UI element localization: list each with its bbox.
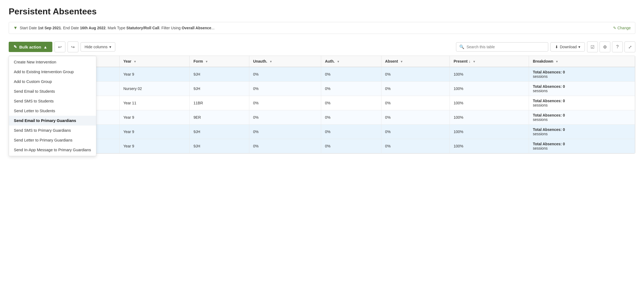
- row-year: Year 11: [119, 96, 190, 110]
- row-unauth: 0%: [249, 125, 321, 139]
- help-icon: ?: [616, 44, 619, 49]
- table-row: Year 11 11BR 0% 0% 0% 100% Total Absence…: [9, 96, 635, 110]
- dropdown-item-letter-students[interactable]: Send Letter to Students: [9, 106, 96, 116]
- row-auth: 0%: [321, 139, 381, 153]
- dropdown-item-sms-guardians[interactable]: Send SMS to Primary Guardians: [9, 126, 96, 135]
- row-form: 9JH: [190, 125, 249, 139]
- row-form: 9JH: [190, 67, 249, 82]
- row-year: Year 9: [119, 110, 190, 125]
- row-breakdown: Total Absences: 0sessions: [529, 125, 635, 139]
- col-unauth[interactable]: Unauth. ▼: [249, 56, 321, 67]
- col-form[interactable]: Form ▼: [190, 56, 249, 67]
- help-button[interactable]: ?: [612, 41, 623, 52]
- bulk-action-label: Bulk action: [19, 45, 41, 49]
- row-form: 9ER: [190, 110, 249, 125]
- row-auth: 0%: [321, 67, 381, 82]
- toolbar-wrapper: ✎ Bulk action ▲ Create New Intervention …: [9, 38, 635, 56]
- col-absent[interactable]: Absent ▼: [381, 56, 450, 67]
- download-icon: ⬇: [555, 45, 558, 49]
- page-container: Persistent Absentees ▼ Start Date 1st Se…: [0, 0, 644, 296]
- dropdown-item-letter-guardians[interactable]: Send Letter to Primary Guardians: [9, 135, 96, 145]
- row-year: Nursery 02: [119, 82, 190, 96]
- row-year: Year 9: [119, 139, 190, 153]
- dropdown-item-inapp-guardians[interactable]: Send In-App Message to Primary Guardians: [9, 145, 96, 155]
- dropdown-item-add-custom[interactable]: Add to Custom Group: [9, 77, 96, 86]
- row-absent: 0%: [381, 139, 450, 153]
- row-present: 100%: [450, 67, 529, 82]
- page-title: Persistent Absentees: [9, 7, 635, 17]
- row-breakdown: Total Absences: 0sessions: [529, 139, 635, 153]
- change-link[interactable]: ✎ Change: [613, 26, 631, 30]
- row-unauth: 0%: [249, 96, 321, 110]
- download-label: Download: [560, 45, 577, 49]
- row-unauth: 0%: [249, 110, 321, 125]
- dropdown-item-add-existing[interactable]: Add to Existing Intervention Group: [9, 67, 96, 77]
- download-arrow: ▾: [578, 45, 580, 49]
- bulk-action-button[interactable]: ✎ Bulk action ▲: [9, 42, 52, 52]
- filter-bar-left: ▼ Start Date 1st Sep 2021. End Date 16th…: [13, 25, 215, 30]
- table-row: Year 9 9JH 0% 0% 0% 100% Total Absences:…: [9, 125, 635, 139]
- row-form: 9JH: [190, 139, 249, 153]
- row-breakdown: Total Absences: 0sessions: [529, 82, 635, 96]
- table-row: Year 9 9JH 0% 0% 0% 100% Total Absences:…: [9, 67, 635, 82]
- search-icon: 🔍: [459, 44, 464, 49]
- row-breakdown: Total Absences: 0sessions: [529, 96, 635, 110]
- row-absent: 0%: [381, 125, 450, 139]
- expand-button[interactable]: ⤢: [624, 41, 635, 52]
- table-row: Jackson Georgia Year 9 9JH 0% 0% 0% 100%…: [9, 139, 635, 153]
- col-present[interactable]: Present ↓ ▼: [450, 56, 529, 67]
- bulk-action-dropdown: Create New Intervention Add to Existing …: [9, 56, 96, 156]
- dropdown-item-create-intervention[interactable]: Create New Intervention: [9, 57, 96, 67]
- undo-icon: ↩: [58, 44, 62, 50]
- undo-button[interactable]: ↩: [55, 41, 65, 52]
- check-icon-button[interactable]: ☑: [587, 41, 598, 52]
- check-icon: ☑: [591, 44, 594, 50]
- toolbar-right-icons: ☑ ⚙ ? ⤢: [587, 41, 635, 52]
- download-button[interactable]: ⬇ Download ▾: [550, 42, 585, 52]
- hide-columns-label: Hide columns: [85, 45, 108, 49]
- search-container: 🔍: [456, 42, 548, 52]
- search-input[interactable]: [456, 42, 548, 52]
- bulk-action-wrapper: ✎ Bulk action ▲ Create New Intervention …: [9, 42, 52, 52]
- row-form: 11BR: [190, 96, 249, 110]
- filter-bar: ▼ Start Date 1st Sep 2021. End Date 16th…: [9, 22, 635, 34]
- dropdown-item-email-students[interactable]: Send Email to Students: [9, 86, 96, 96]
- col-year[interactable]: Year ▼: [119, 56, 190, 67]
- settings-button[interactable]: ⚙: [600, 41, 610, 52]
- row-present: 100%: [450, 139, 529, 153]
- row-absent: 0%: [381, 110, 450, 125]
- dropdown-item-email-guardians[interactable]: Send Email to Primary Guardians: [9, 116, 96, 126]
- data-table: Name ▼ Year ▼ Form ▼ Unauth. ▼ Auth. ▼ A…: [9, 56, 635, 153]
- row-auth: 0%: [321, 110, 381, 125]
- row-form: 9JH: [190, 82, 249, 96]
- row-present: 100%: [450, 96, 529, 110]
- toolbar: ✎ Bulk action ▲ Create New Intervention …: [9, 38, 635, 56]
- redo-icon: ↪: [71, 44, 75, 50]
- row-year: Year 9: [119, 125, 190, 139]
- col-breakdown[interactable]: Breakdown ▼: [529, 56, 635, 67]
- table-row: Year 9 9ER 0% 0% 0% 100% Total Absences:…: [9, 110, 635, 125]
- row-auth: 0%: [321, 82, 381, 96]
- bulk-action-arrow: ▲: [43, 45, 47, 49]
- filter-text: Start Date 1st Sep 2021. End Date 16th A…: [20, 26, 215, 30]
- row-absent: 0%: [381, 96, 450, 110]
- redo-button[interactable]: ↪: [68, 41, 78, 52]
- row-auth: 0%: [321, 125, 381, 139]
- row-year: Year 9: [119, 67, 190, 82]
- dropdown-item-sms-students[interactable]: Send SMS to Students: [9, 96, 96, 106]
- row-unauth: 0%: [249, 82, 321, 96]
- row-unauth: 0%: [249, 67, 321, 82]
- hide-columns-arrow: ▾: [109, 45, 111, 49]
- col-auth[interactable]: Auth. ▼: [321, 56, 381, 67]
- row-breakdown: Total Absences: 0sessions: [529, 67, 635, 82]
- hide-columns-button[interactable]: Hide columns ▾: [81, 42, 115, 52]
- row-auth: 0%: [321, 96, 381, 110]
- row-absent: 0%: [381, 82, 450, 96]
- row-present: 100%: [450, 110, 529, 125]
- expand-icon: ⤢: [628, 44, 632, 50]
- table-row: Nursery 02 9JH 0% 0% 0% 100% Total Absen…: [9, 82, 635, 96]
- table-wrapper: Name ▼ Year ▼ Form ▼ Unauth. ▼ Auth. ▼ A…: [9, 56, 635, 154]
- row-absent: 0%: [381, 67, 450, 82]
- row-breakdown: Total Absences: 0sessions: [529, 110, 635, 125]
- row-unauth: 0%: [249, 139, 321, 153]
